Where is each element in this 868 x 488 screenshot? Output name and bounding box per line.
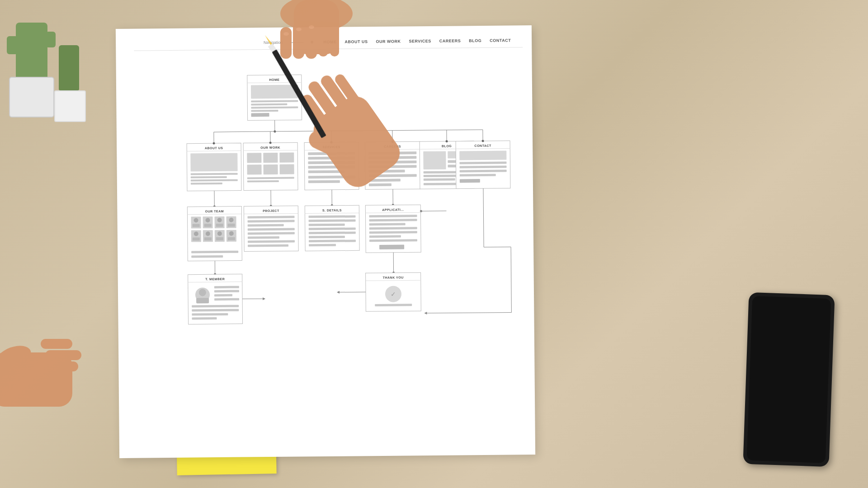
svg-text:S. DETAILS: S. DETAILS [322,209,342,212]
svg-rect-164 [196,298,209,303]
svg-text:SERVICES: SERVICES [323,145,340,149]
svg-rect-142 [309,244,336,247]
svg-marker-189 [424,312,427,314]
svg-rect-130 [248,240,295,243]
svg-rect-115 [216,237,223,240]
svg-rect-34 [280,164,294,174]
svg-rect-54 [369,169,405,173]
svg-rect-109 [193,237,200,240]
nav-item-home[interactable]: HOME [321,39,339,45]
svg-rect-168 [214,298,239,300]
nav-item-ourwork[interactable]: OUR WORK [373,38,403,45]
svg-rect-166 [214,290,239,292]
svg-rect-171 [192,313,228,316]
svg-rect-103 [216,224,223,227]
svg-marker-180 [263,297,265,300]
svg-text:CAREERS: CAREERS [384,145,401,148]
svg-point-80 [330,141,333,143]
svg-rect-77 [460,179,480,183]
svg-rect-139 [309,231,356,234]
svg-rect-172 [192,317,217,319]
svg-rect-8 [251,113,269,117]
svg-rect-53 [369,165,417,168]
nav-item-about[interactable]: ABOUT US [342,38,370,45]
svg-rect-136 [309,219,356,222]
svg-rect-152 [369,239,417,242]
svg-text:ABOUT US: ABOUT US [205,146,223,150]
svg-point-111 [206,231,210,236]
nav-item-careers[interactable]: CAREERS [437,38,464,44]
svg-rect-51 [368,156,416,159]
svg-rect-52 [368,160,416,164]
svg-rect-56 [369,179,401,182]
svg-rect-128 [248,232,295,235]
svg-rect-127 [248,228,295,231]
svg-rect-97 [193,224,200,227]
svg-rect-126 [248,224,284,227]
svg-line-185 [483,188,484,247]
svg-rect-131 [248,244,288,247]
svg-rect-76 [460,174,496,177]
nav-item-services[interactable]: SERVICES [406,38,434,45]
svg-marker-184 [337,291,340,294]
svg-line-188 [425,312,511,313]
svg-rect-25 [191,183,222,185]
svg-point-117 [229,231,234,236]
svg-rect-141 [309,239,356,242]
svg-point-78 [213,142,215,145]
svg-rect-23 [191,176,227,178]
svg-rect-33 [264,164,278,174]
svg-point-81 [392,141,394,143]
nav-separator-line [290,42,303,42]
svg-rect-100 [204,224,212,227]
svg-rect-153 [379,244,404,249]
svg-rect-169 [192,305,239,308]
nav-label: Navigation [264,40,283,45]
svg-rect-36 [247,180,279,183]
svg-rect-46 [308,180,340,183]
svg-rect-42 [308,161,355,164]
svg-rect-5 [251,103,287,106]
nav-item-contact[interactable]: CONTACT [487,37,514,44]
svg-rect-61 [423,151,446,169]
svg-rect-74 [460,165,507,168]
svg-rect-50 [368,151,416,155]
svg-rect-31 [279,153,294,163]
svg-rect-149 [369,227,417,230]
svg-line-186 [484,247,511,247]
svg-rect-67 [424,178,455,181]
svg-rect-7 [251,110,278,112]
svg-point-82 [446,140,448,142]
svg-rect-73 [459,161,506,164]
svg-rect-45 [308,175,355,178]
svg-rect-3 [251,85,298,99]
svg-rect-40 [308,152,355,155]
svg-rect-30 [263,153,278,163]
svg-rect-137 [309,224,345,226]
plant-decoration [0,0,95,122]
svg-text:CONTACT: CONTACT [475,144,491,147]
svg-text:PROJECT: PROJECT [263,209,279,212]
nav-separator-dot [311,41,313,43]
svg-text:T. MEMBER: T. MEMBER [205,277,225,281]
svg-rect-135 [308,215,355,218]
svg-rect-165 [214,286,239,288]
svg-rect-32 [247,164,262,174]
svg-rect-138 [309,227,356,230]
svg-rect-119 [191,251,238,253]
svg-text:THANK YOU: THANK YOU [383,276,404,279]
svg-rect-125 [248,220,295,223]
svg-rect-29 [247,153,261,163]
svg-text:APPLICATI...: APPLICATI... [382,208,404,211]
svg-rect-21 [190,153,237,172]
svg-point-99 [206,218,210,222]
svg-rect-44 [308,170,344,174]
svg-rect-140 [309,236,345,239]
svg-rect-178 [375,304,412,306]
nav-item-blog[interactable]: BLOG [466,38,484,44]
svg-rect-129 [248,236,279,239]
svg-point-96 [194,218,198,222]
svg-text:HOME: HOME [269,78,279,81]
svg-rect-41 [308,156,355,160]
svg-point-102 [217,218,222,222]
